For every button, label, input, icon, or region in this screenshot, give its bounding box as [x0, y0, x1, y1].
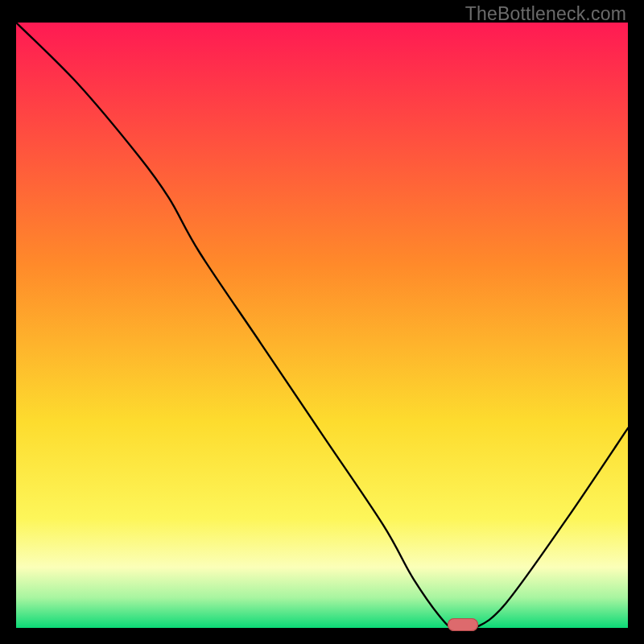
- plot-area: [16, 23, 628, 628]
- watermark-label: TheBottleneck.com: [465, 3, 626, 25]
- bottleneck-curve: [16, 23, 628, 628]
- chart-container: TheBottleneck.com: [0, 0, 644, 644]
- optimal-marker: [448, 618, 478, 631]
